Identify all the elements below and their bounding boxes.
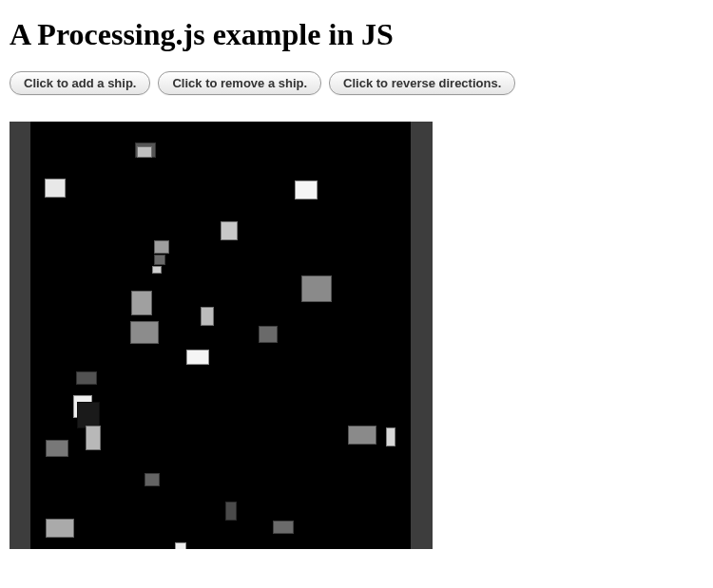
button-row: Click to add a ship. Click to remove a s… [10,71,703,95]
ship [221,221,238,240]
processing-canvas[interactable] [10,122,433,549]
ship [152,266,162,274]
ship [76,371,97,385]
ship [154,240,169,254]
ship [131,291,152,315]
ship [295,180,318,199]
ship [86,426,101,450]
ship [45,179,66,198]
ship [137,146,152,158]
canvas-inner [30,122,411,549]
ship [201,307,214,326]
ship [154,255,165,265]
ship [77,402,100,428]
ship [225,502,237,521]
ship [175,542,186,549]
ship [386,427,395,446]
ship [145,473,160,486]
ship [273,521,294,534]
ship [130,321,159,344]
ship [348,426,376,445]
ship [186,350,209,365]
ship [259,326,278,343]
ship [46,440,68,457]
page-title: A Processing.js example in JS [10,17,703,52]
remove-ship-button[interactable]: Click to remove a ship. [158,71,321,95]
ship [301,275,332,302]
ship [46,519,74,538]
reverse-directions-button[interactable]: Click to reverse directions. [329,71,515,95]
add-ship-button[interactable]: Click to add a ship. [10,71,150,95]
